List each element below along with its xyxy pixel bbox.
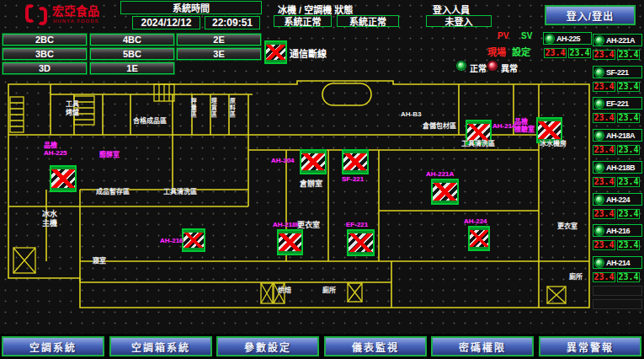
floor-button-1e[interactable]: 1E bbox=[90, 62, 174, 74]
unit-status-ah-214[interactable]: AH-214 bbox=[593, 256, 642, 269]
unit-status-ah-218a[interactable]: AH-218A bbox=[593, 129, 642, 142]
unit-name: AH-216 bbox=[606, 227, 630, 235]
plan-unit-ah-216[interactable] bbox=[182, 228, 205, 252]
room-label-7: 倉儲包材區 bbox=[423, 123, 456, 130]
empty-slot bbox=[593, 299, 642, 309]
plan-unit-ah-225[interactable] bbox=[50, 165, 77, 192]
unit-pv-sf-221: 23.4 bbox=[593, 82, 615, 92]
unit-status-ef-221[interactable]: EF-221 bbox=[593, 97, 642, 110]
plan-unit-label-檢驗室: 品檢檢驗室 bbox=[514, 118, 535, 133]
plan-unit-label-ah-214: AH-214 bbox=[492, 122, 516, 130]
unit-status-ah-216[interactable]: AH-216 bbox=[593, 224, 642, 237]
unit-name: EF-221 bbox=[606, 99, 629, 108]
plan-unit-sf-221[interactable] bbox=[342, 149, 369, 174]
ahu-status-box: 系統正常 bbox=[337, 15, 399, 27]
unit-sv-ah-218a: 23.4 bbox=[617, 145, 640, 155]
room-label-15: 主機 bbox=[42, 220, 57, 228]
unit-sv-ah-221a: 23.4 bbox=[617, 50, 640, 60]
unit-status-ah-224[interactable]: AH-224 bbox=[593, 193, 642, 206]
logo: 宏亞食品 HUNYA FOODS bbox=[0, 0, 118, 31]
plan-unit-label-ah-221a: AH-221A bbox=[426, 170, 454, 178]
ahu-status: 系統正常 bbox=[349, 14, 386, 28]
room-label-14: 冰水 bbox=[42, 211, 57, 218]
unit-led-icon bbox=[595, 196, 604, 204]
pv-label: PV bbox=[498, 31, 508, 40]
unit-led-icon bbox=[595, 259, 604, 267]
unit-led-icon bbox=[595, 36, 604, 45]
normal-led-icon bbox=[457, 62, 466, 70]
plan-unit-ah-218b[interactable] bbox=[277, 229, 303, 255]
unit-name: AH-218A bbox=[606, 131, 635, 140]
menu-button-2[interactable]: 參數設定 bbox=[216, 336, 319, 356]
floor-button-3d[interactable]: 3D bbox=[3, 62, 87, 74]
room-label-12: 成品暫存區 bbox=[96, 189, 130, 196]
login-logout-button[interactable]: 登入/登出 bbox=[545, 5, 636, 25]
floor-button-2bc[interactable]: 2BC bbox=[3, 34, 87, 46]
unit-sv-ah-224: 23.4 bbox=[617, 209, 640, 219]
room-label-1: 烤爐 bbox=[66, 110, 79, 116]
date-value: 2024/12/12 bbox=[141, 17, 191, 29]
room-label-8: 工具清洗區 bbox=[461, 141, 495, 147]
comm-lost-legend-label: 通信斷線 bbox=[290, 46, 327, 60]
floor-button-3e[interactable]: 3E bbox=[177, 48, 261, 60]
unit-led-icon bbox=[595, 99, 604, 108]
login-status-box: 未登入 bbox=[426, 15, 492, 27]
unit-pv-ef-221: 23.4 bbox=[593, 113, 615, 123]
room-label-3: 秤量區 bbox=[190, 98, 196, 118]
unit-status-sf-221[interactable]: SF-221 bbox=[593, 66, 642, 78]
abnormal-label: 異常 bbox=[501, 62, 518, 74]
floor-button-3bc[interactable]: 3BC bbox=[3, 48, 87, 60]
room-label-2: 合格成品區 bbox=[133, 118, 167, 125]
floor-button-4bc[interactable]: 4BC bbox=[90, 34, 174, 46]
time-box: 22:09:51 bbox=[205, 16, 260, 29]
room-label-6: AH-B3 bbox=[401, 111, 421, 118]
menu-button-1[interactable]: 空調箱系統 bbox=[109, 336, 212, 356]
unit-pv-ah-216: 23.4 bbox=[593, 240, 615, 250]
plan-unit-label-ah-204: AH-204 bbox=[271, 157, 295, 164]
system-time-label: 系統時間 bbox=[173, 1, 210, 14]
unit-led-icon bbox=[595, 131, 604, 140]
unit-name: AH-221A bbox=[606, 36, 635, 45]
plan-unit-label-ef-221: EF-221 bbox=[346, 221, 368, 228]
menu-button-0[interactable]: 空調系統 bbox=[2, 336, 104, 356]
unit-status-ah-225[interactable]: AH-225 bbox=[543, 32, 592, 45]
plan-unit-ah-224[interactable] bbox=[468, 226, 490, 251]
sv-text-label: 設定 bbox=[512, 45, 530, 58]
room-label-20: 廁所 bbox=[569, 274, 583, 281]
login-status: 未登入 bbox=[445, 14, 473, 28]
unit-led-icon bbox=[546, 35, 554, 43]
menu-button-5[interactable]: 異常警報 bbox=[539, 336, 641, 356]
unit-name: AH-218B bbox=[606, 163, 635, 172]
unit-status-ah-218b[interactable]: AH-218B bbox=[593, 161, 642, 174]
room-label-10: 倉辦室 bbox=[300, 180, 322, 188]
unit-name: SF-221 bbox=[606, 68, 629, 77]
plan-unit-ah-221a[interactable] bbox=[431, 179, 459, 205]
room-label-17: 烘焙 bbox=[278, 287, 291, 294]
room-label-16: 寢室 bbox=[93, 258, 106, 265]
unit-status-ah-221a[interactable]: AH-221A bbox=[593, 34, 642, 46]
room-label-18: 廁所 bbox=[322, 287, 336, 294]
unit-led-icon bbox=[595, 227, 604, 235]
plan-unit-ef-221[interactable] bbox=[347, 229, 375, 256]
unit-led-icon bbox=[595, 68, 604, 77]
unit-led-icon bbox=[595, 163, 604, 172]
menu-button-3[interactable]: 儀表監視 bbox=[324, 336, 427, 356]
menu-button-4[interactable]: 密碼權限 bbox=[431, 336, 534, 356]
logo-subtitle: HUNYA FOODS bbox=[53, 19, 99, 24]
unit-sv-ah-216: 23.4 bbox=[617, 240, 640, 250]
unit-name: AH-225 bbox=[556, 35, 580, 43]
chiller-status-box: 系統正常 bbox=[274, 15, 332, 27]
unit-pv-ah-218b: 23.4 bbox=[593, 177, 615, 187]
normal-label: 正常 bbox=[470, 62, 487, 74]
room-label-13: 工具清洗區 bbox=[163, 189, 197, 196]
pv-text-label: 現場 bbox=[487, 45, 506, 58]
sv-label: SV bbox=[521, 31, 532, 40]
unit-sv-ef-221: 23.4 bbox=[617, 113, 640, 123]
plan-unit-ah-204[interactable] bbox=[300, 149, 327, 174]
floor-button-5bc[interactable]: 5BC bbox=[90, 48, 174, 60]
room-label-0: 工具 bbox=[66, 101, 79, 108]
plan-unit-label-ah-216: AH-216 bbox=[160, 237, 184, 244]
logo-title: 宏亞食品 bbox=[52, 5, 99, 17]
floor-button-2e[interactable]: 2E bbox=[177, 34, 261, 46]
unit-pv-ah-225: 23.4 bbox=[544, 48, 567, 58]
